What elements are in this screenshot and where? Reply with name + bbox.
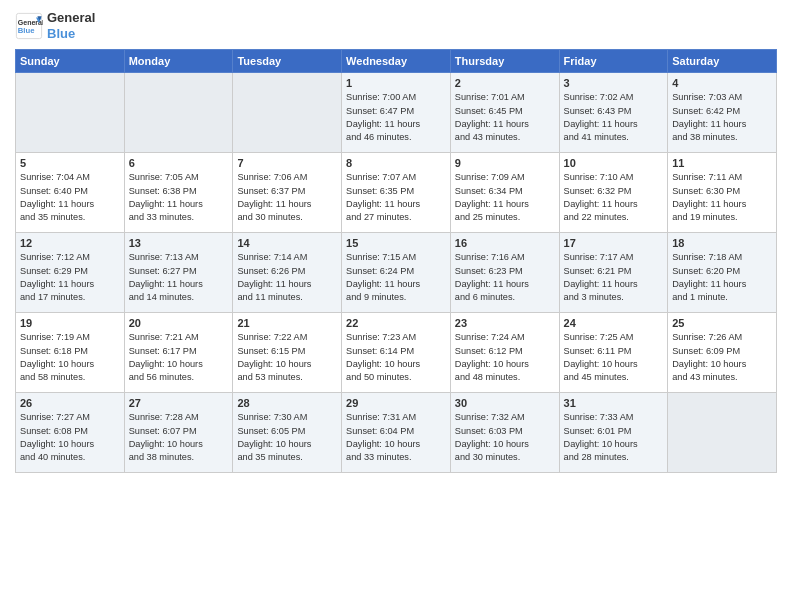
day-number: 15 [346,237,446,249]
day-info: Sunrise: 7:07 AMSunset: 6:35 PMDaylight:… [346,171,446,224]
week-row-1: 1Sunrise: 7:00 AMSunset: 6:47 PMDaylight… [16,73,777,153]
day-info: Sunrise: 7:23 AMSunset: 6:14 PMDaylight:… [346,331,446,384]
svg-text:Blue: Blue [18,26,35,35]
calendar-cell: 28Sunrise: 7:30 AMSunset: 6:05 PMDayligh… [233,393,342,473]
day-info: Sunrise: 7:11 AMSunset: 6:30 PMDaylight:… [672,171,772,224]
calendar-cell: 16Sunrise: 7:16 AMSunset: 6:23 PMDayligh… [450,233,559,313]
day-number: 25 [672,317,772,329]
day-info: Sunrise: 7:14 AMSunset: 6:26 PMDaylight:… [237,251,337,304]
main-container: General Blue General Blue SundayMondayTu… [0,0,792,483]
calendar-cell: 6Sunrise: 7:05 AMSunset: 6:38 PMDaylight… [124,153,233,233]
day-number: 4 [672,77,772,89]
day-number: 16 [455,237,555,249]
day-info: Sunrise: 7:31 AMSunset: 6:04 PMDaylight:… [346,411,446,464]
day-number: 7 [237,157,337,169]
logo-text: General Blue [47,10,95,41]
day-info: Sunrise: 7:30 AMSunset: 6:05 PMDaylight:… [237,411,337,464]
calendar-cell: 4Sunrise: 7:03 AMSunset: 6:42 PMDaylight… [668,73,777,153]
calendar-cell: 7Sunrise: 7:06 AMSunset: 6:37 PMDaylight… [233,153,342,233]
day-info: Sunrise: 7:22 AMSunset: 6:15 PMDaylight:… [237,331,337,384]
day-number: 13 [129,237,229,249]
day-info: Sunrise: 7:12 AMSunset: 6:29 PMDaylight:… [20,251,120,304]
week-row-3: 12Sunrise: 7:12 AMSunset: 6:29 PMDayligh… [16,233,777,313]
day-info: Sunrise: 7:01 AMSunset: 6:45 PMDaylight:… [455,91,555,144]
day-number: 6 [129,157,229,169]
day-number: 8 [346,157,446,169]
day-info: Sunrise: 7:16 AMSunset: 6:23 PMDaylight:… [455,251,555,304]
day-number: 11 [672,157,772,169]
calendar-cell: 23Sunrise: 7:24 AMSunset: 6:12 PMDayligh… [450,313,559,393]
day-number: 22 [346,317,446,329]
calendar-cell: 24Sunrise: 7:25 AMSunset: 6:11 PMDayligh… [559,313,668,393]
day-info: Sunrise: 7:33 AMSunset: 6:01 PMDaylight:… [564,411,664,464]
day-number: 26 [20,397,120,409]
day-number: 20 [129,317,229,329]
col-header-saturday: Saturday [668,50,777,73]
day-info: Sunrise: 7:17 AMSunset: 6:21 PMDaylight:… [564,251,664,304]
day-info: Sunrise: 7:28 AMSunset: 6:07 PMDaylight:… [129,411,229,464]
day-info: Sunrise: 7:19 AMSunset: 6:18 PMDaylight:… [20,331,120,384]
day-info: Sunrise: 7:27 AMSunset: 6:08 PMDaylight:… [20,411,120,464]
day-number: 28 [237,397,337,409]
day-info: Sunrise: 7:03 AMSunset: 6:42 PMDaylight:… [672,91,772,144]
col-header-wednesday: Wednesday [342,50,451,73]
logo-icon: General Blue [15,12,43,40]
day-number: 19 [20,317,120,329]
week-row-5: 26Sunrise: 7:27 AMSunset: 6:08 PMDayligh… [16,393,777,473]
calendar-cell: 25Sunrise: 7:26 AMSunset: 6:09 PMDayligh… [668,313,777,393]
day-number: 17 [564,237,664,249]
day-number: 2 [455,77,555,89]
day-number: 14 [237,237,337,249]
day-info: Sunrise: 7:25 AMSunset: 6:11 PMDaylight:… [564,331,664,384]
day-info: Sunrise: 7:09 AMSunset: 6:34 PMDaylight:… [455,171,555,224]
logo: General Blue General Blue [15,10,95,41]
day-info: Sunrise: 7:21 AMSunset: 6:17 PMDaylight:… [129,331,229,384]
col-header-thursday: Thursday [450,50,559,73]
calendar-cell: 31Sunrise: 7:33 AMSunset: 6:01 PMDayligh… [559,393,668,473]
header: General Blue General Blue [15,10,777,41]
calendar-cell: 27Sunrise: 7:28 AMSunset: 6:07 PMDayligh… [124,393,233,473]
calendar-cell: 30Sunrise: 7:32 AMSunset: 6:03 PMDayligh… [450,393,559,473]
calendar-cell: 17Sunrise: 7:17 AMSunset: 6:21 PMDayligh… [559,233,668,313]
week-row-2: 5Sunrise: 7:04 AMSunset: 6:40 PMDaylight… [16,153,777,233]
day-info: Sunrise: 7:04 AMSunset: 6:40 PMDaylight:… [20,171,120,224]
day-info: Sunrise: 7:05 AMSunset: 6:38 PMDaylight:… [129,171,229,224]
day-number: 21 [237,317,337,329]
day-number: 30 [455,397,555,409]
day-info: Sunrise: 7:18 AMSunset: 6:20 PMDaylight:… [672,251,772,304]
day-number: 29 [346,397,446,409]
calendar-cell: 8Sunrise: 7:07 AMSunset: 6:35 PMDaylight… [342,153,451,233]
day-number: 5 [20,157,120,169]
day-number: 18 [672,237,772,249]
calendar-cell [668,393,777,473]
day-info: Sunrise: 7:00 AMSunset: 6:47 PMDaylight:… [346,91,446,144]
header-row: SundayMondayTuesdayWednesdayThursdayFrid… [16,50,777,73]
day-info: Sunrise: 7:06 AMSunset: 6:37 PMDaylight:… [237,171,337,224]
calendar-cell: 5Sunrise: 7:04 AMSunset: 6:40 PMDaylight… [16,153,125,233]
day-number: 27 [129,397,229,409]
day-number: 9 [455,157,555,169]
day-number: 10 [564,157,664,169]
calendar-cell: 22Sunrise: 7:23 AMSunset: 6:14 PMDayligh… [342,313,451,393]
calendar-cell [233,73,342,153]
day-number: 1 [346,77,446,89]
col-header-monday: Monday [124,50,233,73]
calendar-cell: 2Sunrise: 7:01 AMSunset: 6:45 PMDaylight… [450,73,559,153]
calendar-table: SundayMondayTuesdayWednesdayThursdayFrid… [15,49,777,473]
day-info: Sunrise: 7:26 AMSunset: 6:09 PMDaylight:… [672,331,772,384]
week-row-4: 19Sunrise: 7:19 AMSunset: 6:18 PMDayligh… [16,313,777,393]
calendar-cell: 14Sunrise: 7:14 AMSunset: 6:26 PMDayligh… [233,233,342,313]
calendar-cell: 11Sunrise: 7:11 AMSunset: 6:30 PMDayligh… [668,153,777,233]
calendar-cell: 9Sunrise: 7:09 AMSunset: 6:34 PMDaylight… [450,153,559,233]
day-number: 31 [564,397,664,409]
day-info: Sunrise: 7:24 AMSunset: 6:12 PMDaylight:… [455,331,555,384]
day-info: Sunrise: 7:02 AMSunset: 6:43 PMDaylight:… [564,91,664,144]
day-info: Sunrise: 7:10 AMSunset: 6:32 PMDaylight:… [564,171,664,224]
calendar-cell: 26Sunrise: 7:27 AMSunset: 6:08 PMDayligh… [16,393,125,473]
day-number: 24 [564,317,664,329]
col-header-sunday: Sunday [16,50,125,73]
calendar-cell: 18Sunrise: 7:18 AMSunset: 6:20 PMDayligh… [668,233,777,313]
calendar-cell: 1Sunrise: 7:00 AMSunset: 6:47 PMDaylight… [342,73,451,153]
day-info: Sunrise: 7:32 AMSunset: 6:03 PMDaylight:… [455,411,555,464]
calendar-cell: 10Sunrise: 7:10 AMSunset: 6:32 PMDayligh… [559,153,668,233]
